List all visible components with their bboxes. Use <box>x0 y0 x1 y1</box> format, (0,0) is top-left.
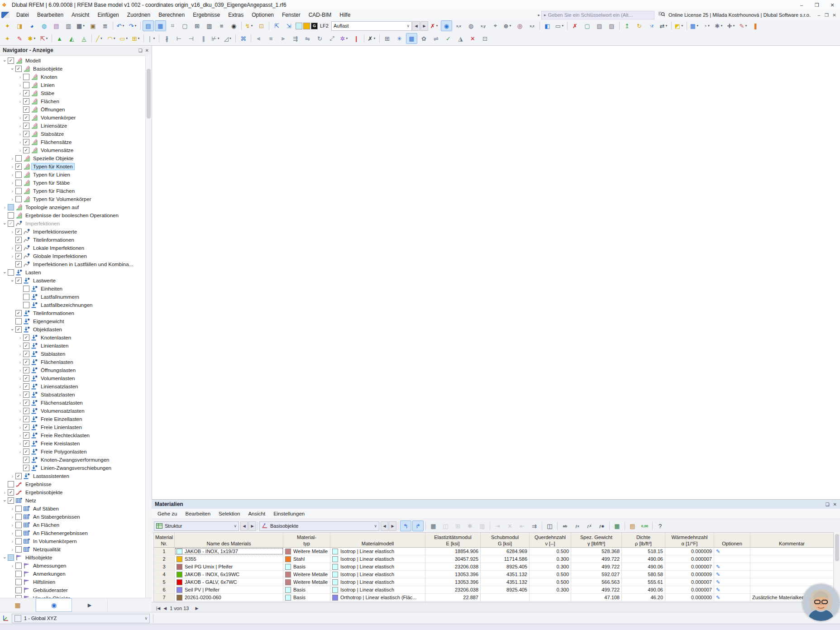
new-member-icon[interactable]: ❘▼ <box>146 33 157 44</box>
load-generator-icon[interactable]: ↯▼ <box>243 20 255 31</box>
new-surface-icon[interactable]: ⊞▼ <box>130 33 142 44</box>
cell-thermal-expansion[interactable]: 0.000000 <box>665 594 714 601</box>
tree-checkbox[interactable] <box>15 538 22 544</box>
tree-checkbox[interactable]: ✓ <box>15 253 22 259</box>
coordinate-system-select[interactable]: 1 - Global XYZ∨ <box>12 614 150 623</box>
tree-item[interactable]: Hilfslinien <box>0 578 146 586</box>
cell-e-modulus[interactable]: 23206.038 <box>425 563 481 570</box>
drop-load-icon[interactable]: ❙ <box>351 33 362 44</box>
tree-checkbox[interactable] <box>15 514 22 520</box>
cell-poisson[interactable]: 0.500 <box>530 571 571 578</box>
cell-comment[interactable] <box>750 571 834 578</box>
tree-checkbox[interactable]: ✓ <box>23 359 29 365</box>
show-load-values-icon[interactable]: ◉ <box>441 20 452 31</box>
tree-item[interactable]: ›An Flächenergebnissen <box>0 529 146 537</box>
tree-item[interactable]: ›Typen für Volumenkörper <box>0 195 146 203</box>
tree-item[interactable]: ›In Volumenkörpern <box>0 537 146 545</box>
cell-poisson[interactable]: 0.300 <box>530 563 571 570</box>
cell-g-modulus[interactable]: 4351.132 <box>481 578 530 586</box>
tree-checkbox[interactable]: ✓ <box>15 473 22 479</box>
selection-filter-icon[interactable]: ◩▼ <box>673 20 685 31</box>
search-expander-icon[interactable]: ▸ <box>538 13 540 17</box>
decimal-places-icon[interactable]: 0,00 <box>639 520 650 531</box>
tree-expander-icon[interactable]: › <box>17 392 23 397</box>
tree-item[interactable]: Gebäuderaster <box>0 586 146 594</box>
tree-item[interactable]: ›✓Modell <box>0 57 146 65</box>
locate-icon[interactable]: ◉ <box>228 20 239 31</box>
new-arc-icon[interactable]: ◠▼ <box>106 33 117 44</box>
tree-expander-icon[interactable]: › <box>2 205 8 210</box>
cell-e-modulus[interactable]: 22.887 <box>425 594 481 601</box>
tree-checkbox[interactable] <box>8 204 14 210</box>
display-properties-icon[interactable]: ▦▼ <box>689 20 700 31</box>
cell-density[interactable]: 555.61 <box>622 578 665 586</box>
cell-options[interactable]: ✎ <box>714 594 750 601</box>
fe-mesh-icon[interactable]: ▦ <box>406 33 417 44</box>
select-surfaces-icon[interactable]: ▧ <box>594 20 605 31</box>
tree-item[interactable]: ›✓Stabsatzlasten <box>0 391 146 399</box>
view-y-icon[interactable]: ↥ <box>621 20 633 31</box>
close-button[interactable]: ✕ <box>825 0 840 10</box>
tree-checkbox[interactable]: ✓ <box>15 237 22 243</box>
close-table-icon[interactable]: ✕ <box>833 502 837 507</box>
materials-menu-gehe-zu[interactable]: Gehe zu <box>153 510 181 518</box>
tree-item[interactable]: ›✓Freie Einzellasten <box>0 415 146 423</box>
tree-item[interactable]: ›Lasten <box>0 268 146 277</box>
cell-e-modulus[interactable]: 18854.906 <box>425 548 481 555</box>
tree-expander-icon[interactable]: › <box>10 474 15 479</box>
grid-points-icon[interactable]: ⊞ <box>382 33 393 44</box>
nodal-support-icon[interactable]: ▲ <box>54 33 65 44</box>
sc-window-icon[interactable]: ▥ <box>204 20 215 31</box>
tree-checkbox[interactable]: ✓ <box>23 334 29 341</box>
cell-specific-weight[interactable]: 499.722 <box>571 555 622 563</box>
tree-item[interactable]: ✓Knoten-Zwangsverformungen <box>0 456 146 464</box>
tree-expander-icon[interactable]: › <box>17 376 23 381</box>
tree-item[interactable]: ›An Flächen <box>0 521 146 529</box>
tree-item[interactable]: ›✓Linienlasten <box>0 342 146 350</box>
tree-checkbox[interactable]: ✓ <box>23 449 29 455</box>
divide-node-icon[interactable]: ✱▼ <box>26 33 38 44</box>
tree-expander-icon[interactable]: › <box>17 417 23 422</box>
cell-material-model[interactable]: Isotrop | Linear elastisch <box>330 548 425 555</box>
float-table-icon[interactable]: ❏ <box>826 502 830 507</box>
tree-item[interactable]: ›Topologie anzeigen auf <box>0 203 146 211</box>
snap-settings-icon[interactable]: ✱▼ <box>713 20 725 31</box>
cell-material-type[interactable]: Weitere Metalle <box>283 548 330 555</box>
cell-specific-weight[interactable]: 499.722 <box>571 563 622 570</box>
tree-item[interactable]: ›✓Imperfektionswerte <box>0 228 146 236</box>
tree-checkbox[interactable]: ✓ <box>15 277 22 284</box>
column-header[interactable]: Optionen <box>714 533 750 547</box>
insert-row-icon[interactable]: ⇥ <box>492 520 503 531</box>
delete-all-icon[interactable]: ✕ <box>467 33 478 44</box>
tree-checkbox[interactable]: ✓ <box>15 310 22 316</box>
delete-loads-icon[interactable]: ✗▼ <box>429 20 440 31</box>
tree-item[interactable]: ›✓Freie Linienlasten <box>0 423 146 431</box>
render-mode-icon[interactable]: ◔▼ <box>701 20 712 31</box>
tree-expander-icon[interactable]: › <box>10 327 15 333</box>
edit-options-icon[interactable]: ✎ <box>716 595 720 601</box>
tree-checkbox[interactable]: ✓ <box>8 489 14 496</box>
tree-item[interactable]: ›✓Netz <box>0 496 146 505</box>
rename-icon[interactable]: ab <box>559 520 571 531</box>
tree-expander-icon[interactable]: › <box>17 352 23 357</box>
first-table-button[interactable]: |◀ <box>156 606 160 611</box>
tree-checkbox[interactable]: ✓ <box>23 123 29 129</box>
tree-expander-icon[interactable]: › <box>17 99 23 104</box>
undo-icon[interactable]: ↶▼ <box>115 20 126 31</box>
numbering-x-icon[interactable]: x,x <box>453 20 464 31</box>
cell-density[interactable]: 580.58 <box>622 571 665 578</box>
load-case-next-button[interactable]: ▶ <box>420 21 428 31</box>
category-next-button[interactable]: ▶ <box>389 521 396 531</box>
tree-checkbox[interactable] <box>8 269 14 276</box>
minimize-button[interactable]: – <box>794 0 809 10</box>
renumber-icon[interactable]: ⇌ <box>430 33 442 44</box>
tree-checkbox[interactable]: ✓ <box>23 440 29 447</box>
cell-material-type[interactable]: Stahl <box>283 555 330 563</box>
tree-item[interactable]: ›✓Flächenlasten <box>0 358 146 366</box>
tree-item[interactable]: ›✓Knotenlasten <box>0 334 146 342</box>
tree-item[interactable]: ›✓Objektlasten <box>0 325 146 334</box>
tree-expander-icon[interactable]: › <box>17 449 23 454</box>
tree-checkbox[interactable] <box>15 172 22 178</box>
tree-checkbox[interactable] <box>15 196 22 202</box>
tree-checkbox[interactable] <box>15 571 22 577</box>
